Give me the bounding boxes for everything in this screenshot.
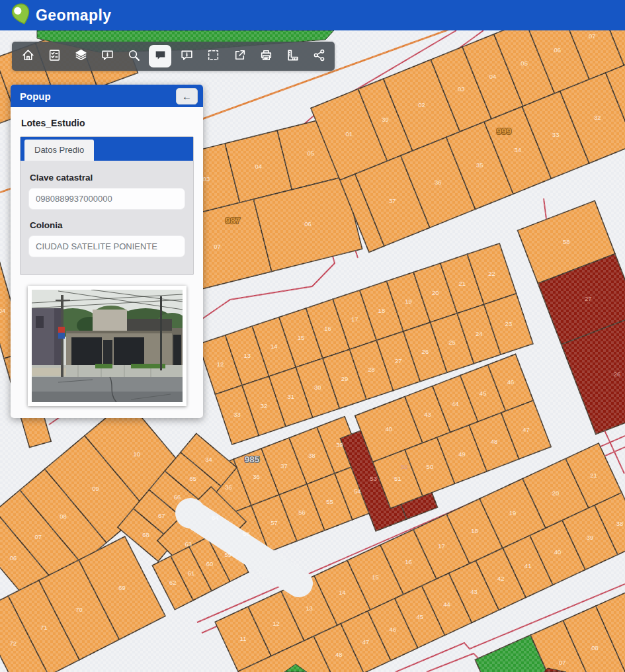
identify-info-icon	[101, 48, 114, 64]
svg-text:14: 14	[271, 343, 278, 350]
svg-text:12: 12	[217, 360, 224, 368]
svg-text:45: 45	[416, 613, 423, 620]
back-arrow-icon: ←	[182, 91, 192, 101]
svg-text:65: 65	[189, 475, 196, 482]
svg-text:13: 13	[243, 352, 251, 359]
tab-datos-predio[interactable]: Datos Predio	[24, 140, 94, 161]
svg-text:41: 41	[524, 562, 532, 569]
svg-text:67: 67	[158, 512, 165, 519]
svg-text:27: 27	[585, 295, 592, 302]
svg-text:19: 19	[405, 298, 412, 305]
svg-text:72: 72	[10, 640, 17, 647]
svg-text:16: 16	[405, 558, 412, 566]
svg-text:49: 49	[458, 450, 466, 458]
toolbar-button-popup-comment[interactable]	[147, 42, 173, 71]
svg-text:08: 08	[591, 644, 599, 651]
svg-text:42: 42	[497, 575, 505, 582]
toolbar-button-measure[interactable]	[279, 42, 306, 71]
svg-text:39: 39	[587, 534, 594, 541]
toolbar-button-select-area[interactable]	[200, 42, 226, 71]
svg-text:04: 04	[255, 163, 263, 170]
svg-text:40: 40	[554, 548, 562, 556]
svg-text:04: 04	[489, 73, 497, 80]
svg-text:56: 56	[298, 509, 306, 516]
svg-text:24: 24	[476, 330, 483, 337]
svg-text:985: 985	[245, 454, 260, 464]
layers-icon	[74, 48, 88, 64]
svg-text:08: 08	[60, 513, 67, 520]
svg-text:36: 36	[435, 179, 442, 186]
svg-text:13: 13	[306, 605, 313, 612]
svg-text:07: 07	[559, 659, 566, 666]
toolbar-button-search[interactable]	[120, 42, 147, 71]
toolbar-button-print[interactable]	[253, 42, 279, 71]
svg-text:39: 39	[336, 441, 343, 448]
svg-text:02: 02	[418, 101, 425, 108]
svg-text:16: 16	[324, 325, 331, 332]
svg-text:12: 12	[272, 620, 280, 627]
popup-layer-name: Lotes_Estudio	[21, 118, 203, 128]
svg-text:17: 17	[438, 542, 445, 550]
svg-text:58: 58	[243, 530, 250, 537]
svg-text:68: 68	[142, 531, 149, 538]
svg-text:55: 55	[326, 498, 333, 505]
feature-data-card: Datos Predio Clave catastral Colonia	[20, 136, 194, 275]
svg-text:47: 47	[362, 638, 370, 646]
popup-panel: Popup ← Lotes_Estudio Datos Predio Clave…	[11, 85, 203, 418]
search-icon	[127, 48, 141, 64]
svg-text:03: 03	[203, 175, 210, 183]
svg-text:29: 29	[341, 375, 349, 382]
svg-text:27: 27	[395, 357, 402, 364]
svg-text:34: 34	[205, 456, 212, 463]
svg-text:35: 35	[225, 483, 232, 491]
svg-text:18: 18	[378, 307, 386, 314]
app-header: Geomaply	[0, 0, 625, 30]
svg-text:39: 39	[382, 116, 389, 123]
svg-text:20: 20	[432, 289, 439, 296]
toolbar-button-share[interactable]	[306, 42, 332, 71]
toolbar-button-identify-info[interactable]	[94, 42, 120, 71]
svg-text:58: 58	[563, 238, 570, 245]
print-icon	[259, 48, 273, 64]
svg-text:06: 06	[304, 220, 312, 228]
svg-text:61: 61	[188, 569, 195, 577]
export-view-icon	[233, 48, 247, 64]
svg-text:20: 20	[552, 489, 560, 497]
svg-text:70: 70	[75, 606, 83, 613]
popup-title: Popup	[20, 91, 51, 102]
toolbar-button-export-view[interactable]	[226, 42, 253, 71]
toolbar-button-home[interactable]	[15, 42, 41, 71]
toolbar-button-layers[interactable]	[67, 42, 94, 71]
svg-text:46: 46	[390, 626, 397, 633]
svg-text:04: 04	[0, 307, 5, 314]
colonia-label: Colonia	[30, 220, 185, 230]
svg-text:07: 07	[35, 533, 42, 540]
svg-text:28: 28	[368, 366, 375, 373]
svg-text:52: 52	[401, 463, 408, 470]
colonia-field[interactable]	[28, 235, 185, 257]
svg-text:48: 48	[491, 438, 498, 445]
svg-text:06: 06	[10, 554, 17, 562]
svg-text:57: 57	[271, 519, 278, 526]
svg-text:01: 01	[345, 130, 353, 138]
svg-text:37: 37	[389, 197, 396, 204]
svg-text:44: 44	[443, 601, 450, 608]
toolbar-button-identify-popup[interactable]	[173, 42, 200, 71]
svg-text:34: 34	[514, 146, 521, 153]
svg-text:15: 15	[372, 573, 379, 581]
svg-text:38: 38	[308, 452, 315, 459]
svg-text:23: 23	[505, 320, 513, 327]
svg-text:07: 07	[589, 32, 596, 40]
popup-header: Popup ←	[11, 85, 203, 107]
svg-text:40: 40	[386, 425, 393, 433]
popup-tabbar: Datos Predio	[21, 137, 193, 161]
svg-text:59: 59	[224, 551, 231, 558]
svg-text:10: 10	[133, 450, 140, 458]
svg-text:38: 38	[616, 520, 624, 527]
toolbar-button-form-checklist[interactable]	[41, 42, 67, 71]
svg-text:36: 36	[253, 473, 260, 480]
svg-text:18: 18	[471, 527, 478, 534]
clave-catastral-field[interactable]	[28, 188, 185, 210]
svg-text:33: 33	[552, 131, 560, 138]
popup-back-button[interactable]: ←	[176, 88, 198, 105]
